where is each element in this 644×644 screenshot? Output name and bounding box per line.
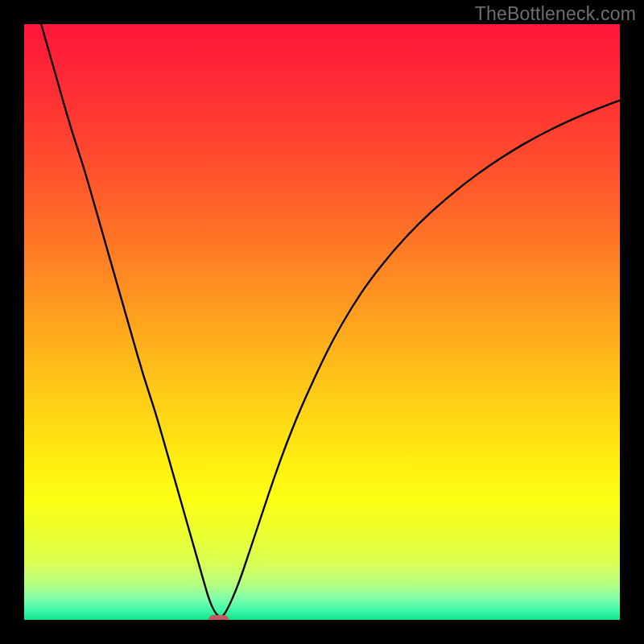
bottleneck-curve (24, 24, 620, 617)
watermark-text: TheBottleneck.com (475, 3, 636, 25)
outer-frame: TheBottleneck.com (0, 0, 644, 644)
plot-area (24, 24, 620, 620)
minimum-marker (208, 615, 229, 620)
curve-svg (24, 24, 620, 620)
